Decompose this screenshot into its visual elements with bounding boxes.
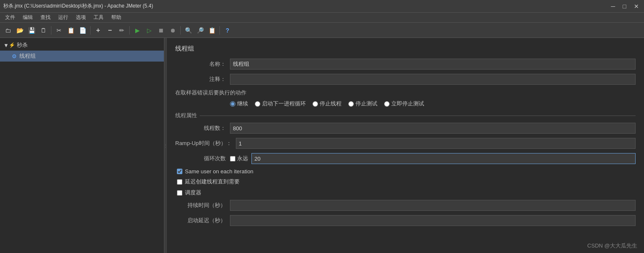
toolbar-shutdown[interactable]: ⏺ [167,25,178,36]
error-action-section: 在取样器错误后要执行的动作 继续 启动下一进程循环 停止线程 [175,89,636,108]
toolbar-sep-5 [219,26,220,35]
menu-run[interactable]: 运行 [55,13,72,22]
loop-forever-label[interactable]: 永远 [230,155,248,162]
toolbar-open[interactable]: 📂 [14,25,25,36]
loop-count-input[interactable] [251,153,636,164]
main-layout: ▼ ⚡ 秒杀 ⚙ 线程组 ⋮ 线程组 名称： 注释： 在取样器错误后要执行的动作 [0,38,644,253]
same-user-label: Same user on each iteration [185,168,254,175]
toolbar-search1[interactable]: 🔍 [183,25,194,36]
toolbar-sep-4 [180,26,181,35]
menu-search[interactable]: 查找 [37,13,54,22]
toolbar: 🗀 📂 💾 🗒 ✂ 📋 📄 + − ✏ ▶ ▷ ⏹ ⏺ 🔍 🔎 📋 ? [0,23,644,38]
radio-stop-test[interactable]: 停止测试 [348,100,377,108]
toolbar-sep-3 [129,26,130,35]
menu-edit[interactable]: 编辑 [19,13,36,22]
threadgroup-icon: ⚙ [12,53,17,59]
radio-stop-thread[interactable]: 停止线程 [313,100,342,108]
content-area: 线程组 名称： 注释： 在取样器错误后要执行的动作 继续 [167,38,644,253]
title-bar-controls: ─ □ ✕ [609,3,641,10]
title-bar: 秒杀.jmx (C:\Users\admin\Desktop\秒杀.jmx) -… [0,0,644,13]
name-row: 名称： [175,59,636,70]
error-action-title: 在取样器错误后要执行的动作 [175,89,636,97]
toolbar-revert[interactable]: 🗒 [38,25,49,36]
loop-forever-text: 永远 [237,155,248,162]
toolbar-start-no-pause[interactable]: ▷ [144,25,155,36]
title-bar-text: 秒杀.jmx (C:\Users\admin\Desktop\秒杀.jmx) -… [3,3,153,10]
same-user-row: Same user on each iteration [175,168,636,175]
toolbar-new[interactable]: 🗀 [3,25,13,36]
toolbar-add[interactable]: + [93,25,104,36]
minimize-button[interactable]: ─ [609,3,617,10]
thread-count-input[interactable] [230,123,636,134]
toolbar-log[interactable]: 📋 [206,25,217,36]
delayed-start-checkbox[interactable] [177,179,182,185]
radio-next-loop[interactable]: 启动下一进程循环 [255,100,306,108]
sidebar-child-label: 线程组 [19,52,36,60]
same-user-checkbox[interactable] [177,169,182,174]
section-title: 线程组 [175,45,636,53]
comment-input[interactable] [230,74,636,85]
sidebar-root-label: 秒杀 [17,41,28,49]
thread-count-label: 线程数： [175,124,230,132]
toolbar-sep-1 [51,26,51,35]
duration-input[interactable] [230,200,636,211]
duration-label: 持续时间（秒） [175,202,230,209]
menu-tools[interactable]: 工具 [90,13,107,22]
scheduler-row: 调度器 [175,189,636,196]
name-label: 名称： [175,60,230,68]
toolbar-cut[interactable]: ✂ [53,25,64,36]
startup-delay-input[interactable] [230,215,636,226]
rampup-label: Ramp-Up时间（秒）： [175,140,236,147]
loop-forever-checkbox[interactable] [230,156,235,161]
radio-continue[interactable]: 继续 [230,100,248,108]
toolbar-stop[interactable]: ⏹ [155,25,166,36]
root-icon: ⚡ [9,42,15,48]
duration-row: 持续时间（秒） [175,200,636,211]
sidebar-item-root[interactable]: ▼ ⚡ 秒杀 [0,40,164,51]
toolbar-search2[interactable]: 🔎 [195,25,206,36]
delayed-start-label: 延迟创建线程直到需要 [185,178,240,186]
toolbar-sep-2 [90,26,91,35]
thread-props-section: 线程属性 线程数： Ramp-Up时间（秒）： 循环次数 永远 [175,112,636,226]
menu-bar: 文件 编辑 查找 运行 选项 工具 帮助 [0,13,644,23]
menu-options[interactable]: 选项 [72,13,89,22]
watermark: CSDN @大大瓜先生 [587,242,637,250]
radio-stop-test-now[interactable]: 立即停止测试 [384,100,424,108]
scheduler-checkbox[interactable] [177,190,182,196]
toolbar-remove[interactable]: − [104,25,115,36]
menu-file[interactable]: 文件 [2,13,19,22]
toolbar-paste[interactable]: 📄 [77,25,88,36]
sidebar-item-threadgroup[interactable]: ⚙ 线程组 [0,51,164,62]
loop-label: 循环次数 [175,155,230,162]
sidebar: ▼ ⚡ 秒杀 ⚙ 线程组 [0,38,164,253]
toolbar-help[interactable]: ? [222,25,233,36]
toolbar-save[interactable]: 💾 [26,25,37,36]
name-input[interactable] [230,59,636,70]
startup-delay-label: 启动延迟（秒） [175,217,230,224]
error-action-radio-group: 继续 启动下一进程循环 停止线程 停止测试 [230,100,636,108]
thread-props-header: 线程属性 [175,112,636,119]
error-action-row: 继续 启动下一进程循环 停止线程 停止测试 [175,100,636,108]
comment-row: 注释： [175,74,636,85]
close-button[interactable]: ✕ [632,3,641,10]
delayed-start-row: 延迟创建线程直到需要 [175,178,636,186]
menu-help[interactable]: 帮助 [108,13,125,22]
rampup-input[interactable] [236,138,636,149]
rampup-row: Ramp-Up时间（秒）： [175,138,636,149]
startup-delay-row: 启动延迟（秒） [175,215,636,226]
thread-count-row: 线程数： [175,123,636,134]
comment-label: 注释： [175,75,230,83]
root-arrow: ▼ [3,42,9,48]
toolbar-clear[interactable]: ✏ [116,25,127,36]
loop-row: 循环次数 永远 [175,153,636,164]
toolbar-copy[interactable]: 📋 [65,25,76,36]
scheduler-label: 调度器 [185,189,201,196]
maximize-button[interactable]: □ [621,3,628,10]
toolbar-start[interactable]: ▶ [132,25,143,36]
